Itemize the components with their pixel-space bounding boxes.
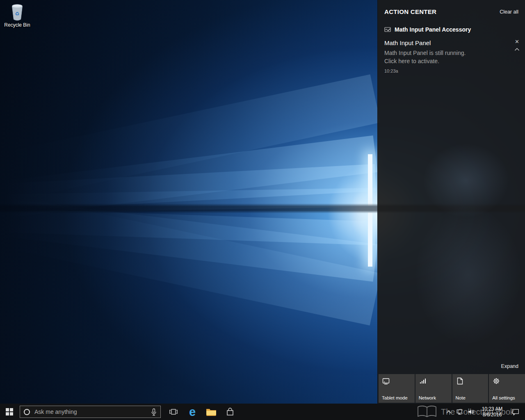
quick-action-note[interactable]: Note [452,374,488,403]
network-icon [419,377,427,385]
taskbar: The Collection Book e [0,404,525,420]
notification-title: Math Input Panel [384,39,507,46]
quick-action-label: Network [419,395,436,400]
desktop: ♻ Recycle Bin ACTION CENTER Clear all Ma… [0,0,525,420]
action-center-header: ACTION CENTER Clear all [378,0,525,15]
quick-action-label: Note [456,395,466,400]
store-icon [226,407,234,416]
recycle-bin-icon[interactable]: ♻ Recycle Bin [2,3,33,28]
note-icon [456,377,464,385]
quick-action-label: Tablet mode [382,395,408,400]
chevron-up-icon [446,410,452,414]
tray-network-icon [456,408,463,415]
settings-icon [492,377,500,385]
file-explorer-button[interactable] [202,404,221,420]
math-input-panel-icon [384,26,391,33]
microphone-icon[interactable] [151,408,157,416]
task-view-icon [169,408,178,416]
close-notification-icon[interactable]: ✕ [515,39,519,45]
clock-date: 8/6/2016 [477,412,508,418]
collapse-notification-icon[interactable] [514,48,520,51]
show-hidden-icons-button[interactable] [444,404,454,420]
speaker-icon [467,408,475,415]
notification-line2: Click here to activate. [384,57,507,65]
store-button[interactable] [221,404,240,420]
recycle-bin-label: Recycle Bin [2,22,33,28]
clock-time: 10:23 AM [477,406,508,412]
book-icon [416,404,438,419]
start-button[interactable] [0,404,19,420]
action-center-tray-button[interactable] [508,404,523,420]
notification-app-name: Math Input Panel Accessory [395,26,471,33]
cortana-icon [24,409,30,415]
quick-action-all-settings[interactable]: All settings [489,374,525,403]
system-tray: 10:23 AM 8/6/2016 [444,404,525,420]
tablet-mode-icon [382,377,390,385]
panel-glow [415,205,521,345]
search-input[interactable] [34,408,147,415]
panel-glow [423,144,509,217]
action-center-panel: ACTION CENTER Clear all Math Input Panel… [377,0,525,404]
notification-item[interactable]: Math Input Panel Math Input Panel is sti… [378,33,525,73]
quick-action-label: All settings [492,395,515,400]
tray-network-button[interactable] [454,404,465,420]
action-center-icon [511,408,520,416]
notification-line1: Math Input Panel is still running. [384,49,507,57]
edge-icon: e [189,406,196,418]
clear-all-button[interactable]: Clear all [500,9,518,15]
notification-group-header: Math Input Panel Accessory [378,15,525,33]
quick-action-tablet-mode[interactable]: Tablet mode [379,374,415,403]
task-view-button[interactable] [164,404,183,420]
quick-action-network[interactable]: Network [415,374,452,403]
windows-logo-icon [6,408,13,415]
edge-button[interactable]: e [183,404,202,420]
folder-icon [206,408,217,416]
notification-time: 10:23a [384,68,507,73]
svg-text:♻: ♻ [15,11,19,17]
clock[interactable]: 10:23 AM 8/6/2016 [477,406,508,418]
action-center-title: ACTION CENTER [384,8,436,15]
expand-button[interactable]: Expand [501,363,518,369]
search-box[interactable] [20,406,161,418]
tray-volume-button[interactable] [465,404,477,420]
recycle-bin-glyph: ♻ [9,3,26,21]
quick-actions-row: Tablet mode Network Note [379,374,525,403]
